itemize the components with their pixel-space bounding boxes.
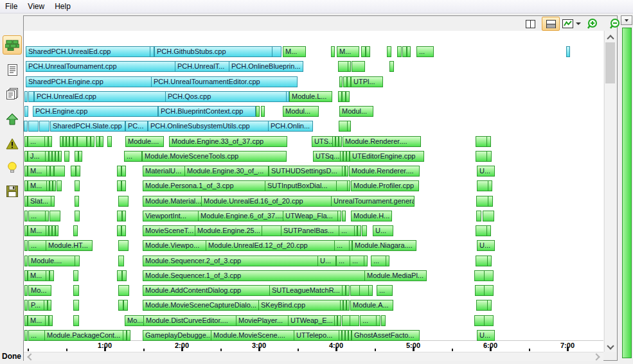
task-bar[interactable]: UTS... [312,136,334,147]
task-bar[interactable]: M... [28,225,48,236]
task-bar[interactable]: U... [477,166,495,177]
task-bar[interactable]: PCH.GithubStubs.cpp [154,46,273,57]
task-bar[interactable]: MovieSceneT... [143,225,196,236]
task-bar[interactable]: Module.H... [351,211,392,221]
task-bar[interactable]: M... [28,270,47,281]
task-bar[interactable] [118,285,129,296]
hints-button[interactable] [3,158,22,177]
task-bar[interactable] [339,76,343,87]
task-bar[interactable]: Module.Engine.33_of_37.cpp [169,136,287,147]
task-bar[interactable] [121,225,126,236]
task-bar[interactable]: Module.Persona.1_of_3.cpp [143,180,266,191]
task-bar[interactable] [91,136,94,147]
task-bar[interactable]: UTPl... [351,76,383,87]
task-bar[interactable] [75,180,80,191]
task-bar[interactable] [117,211,122,221]
task-bar[interactable]: SUTInputBoxDial... [265,180,337,191]
task-bar[interactable] [402,46,407,57]
task-bar[interactable]: SKeyBind.cpp [258,300,342,311]
task-bar[interactable] [76,166,80,177]
task-bar[interactable]: Module.DistCurveEditor.... [143,315,236,326]
task-bar[interactable]: Module.Renderer.... [343,136,421,147]
task-bar[interactable] [117,225,121,236]
task-bar[interactable] [362,225,367,236]
task-bar[interactable] [487,300,492,311]
task-bar[interactable]: ... [28,211,47,221]
task-bar[interactable] [387,46,391,57]
task-bar[interactable]: ... [416,46,434,57]
task-bar[interactable] [346,285,350,296]
task-bar[interactable]: MaterialU... [143,166,185,177]
task-bar[interactable] [122,270,127,281]
task-bar[interactable]: PCH.Onlin... [268,121,313,132]
task-bar[interactable]: Mo... [28,285,51,296]
menu-file[interactable]: File [0,0,22,13]
task-bar[interactable]: Mo... [125,315,145,326]
task-bar[interactable] [49,211,60,221]
task-bar[interactable]: M... [28,180,48,191]
task-bar[interactable] [48,300,51,311]
task-bar[interactable] [117,180,121,191]
task-bar[interactable] [24,330,28,341]
task-bar[interactable] [389,61,394,72]
task-bar[interactable]: J... [28,151,47,162]
task-bar[interactable]: Module.UnrealEd.12_of_20.cpp [206,240,335,251]
warnings-button[interactable] [3,134,22,153]
task-bar[interactable] [24,240,28,251]
task-bar[interactable] [347,121,351,132]
horizontal-scrollbar[interactable] [24,352,603,361]
task-bar[interactable]: ... [371,256,387,266]
task-bar[interactable]: SharedPCH.Slate.cpp [50,121,125,132]
task-bar[interactable]: Module.Engine.25... [195,225,262,236]
task-bar[interactable] [55,225,58,236]
task-bar[interactable] [386,256,389,266]
task-bar[interactable] [256,106,260,117]
task-bar[interactable]: Module.MovieSceneTools.cpp [142,151,287,162]
options-dropdown-button[interactable] [621,15,632,25]
task-bar[interactable]: Modul... [283,106,319,117]
task-bar[interactable] [28,121,39,132]
copy-pages-button[interactable] [3,84,22,103]
task-bar[interactable] [122,211,126,221]
export-up-button[interactable] [3,110,22,129]
task-bar[interactable]: Module.A... [350,300,393,311]
task-bar[interactable]: Module.MovieScene.... [211,330,294,341]
task-bar[interactable] [407,46,411,57]
task-bar[interactable] [73,315,79,326]
task-bar[interactable] [331,46,335,57]
timeline-view-button[interactable] [3,35,22,55]
vertical-scrollbar-thumb[interactable] [605,42,615,83]
task-bar[interactable]: PCH.UnrealT... [175,61,230,72]
task-bar[interactable]: GameplayDebugge... [143,330,212,341]
task-bar[interactable] [58,151,62,162]
task-bar[interactable] [350,315,359,326]
task-bar[interactable]: GhostAssetFacto... [352,330,420,341]
task-bar[interactable] [48,136,52,147]
task-bar[interactable]: ... [334,240,350,251]
task-bar[interactable]: Module.UnrealEd.16_of_20.cpp [201,196,332,207]
task-bar[interactable]: M... [28,315,47,326]
task-bar[interactable] [121,166,126,177]
task-bar[interactable] [73,270,78,281]
task-bar[interactable]: UTTelepo... [294,330,339,341]
task-bar[interactable] [476,225,487,236]
task-bar[interactable]: UTEditorEngine.cpp [350,151,424,162]
task-bar[interactable] [73,285,79,296]
task-bar[interactable] [75,256,80,266]
task-bar[interactable] [24,211,28,221]
task-bar[interactable] [476,196,488,207]
task-bar[interactable] [357,225,361,236]
task-bar[interactable] [488,196,493,207]
task-bar[interactable] [64,151,69,162]
task-bar[interactable]: ... [336,256,351,266]
task-bar[interactable] [348,61,351,72]
task-bar[interactable] [346,300,350,311]
task-bar[interactable] [483,211,494,221]
task-bar[interactable]: Module.L... [289,91,332,102]
task-bar[interactable] [73,225,78,236]
task-bar[interactable]: PCH.UnrealTournament.cpp [26,61,176,72]
task-bar[interactable]: Module.AddContentDialog.cpp [143,285,270,296]
task-bar[interactable] [484,270,494,281]
task-bar[interactable] [381,315,386,326]
task-bar[interactable] [75,196,79,207]
